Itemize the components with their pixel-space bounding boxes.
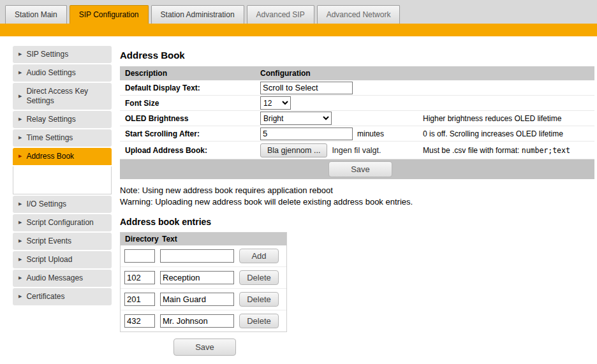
sidebar-expanded-area <box>13 166 112 194</box>
tab-advanced-network[interactable]: Advanced Network <box>317 5 401 24</box>
sidebar-item-audio-settings[interactable]: ▶ Audio Settings <box>13 64 112 82</box>
sidebar: ▶ SIP Settings ▶ Audio Settings ▶ Direct… <box>13 46 112 307</box>
column-header-directory: Directory <box>125 235 162 244</box>
new-entry-text-input[interactable] <box>160 249 234 263</box>
chevron-right-icon: ▶ <box>18 135 22 141</box>
field-label: Font Size <box>120 99 260 108</box>
sidebar-item-label: Relay Settings <box>26 115 75 124</box>
chevron-right-icon: ▶ <box>18 154 22 159</box>
save-button[interactable]: Save <box>328 161 392 177</box>
chevron-right-icon: ▶ <box>18 201 22 207</box>
sidebar-item-label: Audio Messages <box>26 273 83 283</box>
start-scrolling-input[interactable] <box>260 127 353 140</box>
sidebar-item-label: SIP Settings <box>26 50 68 59</box>
sidebar-item-address-book[interactable]: ▶ Address Book <box>13 148 112 165</box>
sidebar-item-io-settings[interactable]: ▶ I/O Settings <box>13 196 112 213</box>
sidebar-item-label: Script Configuration <box>26 218 93 228</box>
config-table: Description Configuration Default Displa… <box>120 66 594 179</box>
chevron-right-icon: ▶ <box>18 70 22 76</box>
entry-row: Delete <box>121 289 286 310</box>
entries-table: Directory Text Add Delete Delete <box>120 232 287 332</box>
page: Station Main SIP Configuration Station A… <box>0 0 597 364</box>
browse-file-button[interactable]: Bla gjennom ... <box>260 143 327 157</box>
oled-brightness-select[interactable]: Bright <box>260 112 332 125</box>
entry-text-input[interactable] <box>160 293 234 306</box>
sidebar-item-sip-settings[interactable]: ▶ SIP Settings <box>13 46 112 63</box>
tab-bar: Station Main SIP Configuration Station A… <box>0 0 597 24</box>
add-entry-button[interactable]: Add <box>239 249 279 263</box>
entries-section-title: Address book entries <box>120 217 594 227</box>
file-status-label: Ingen fil valgt. <box>332 146 381 155</box>
entries-table-header: Directory Text <box>121 233 286 245</box>
notes-block: Note: Using new address book requires ap… <box>120 185 594 207</box>
config-row-oled-brightness: OLED Brightness Bright Higher brightness… <box>120 111 594 126</box>
tab-station-administration[interactable]: Station Administration <box>151 5 244 24</box>
font-size-select[interactable]: 12 <box>260 96 291 110</box>
sidebar-item-script-configuration[interactable]: ▶ Script Configuration <box>13 214 112 231</box>
entry-row: Delete <box>121 267 286 289</box>
new-entry-directory-input[interactable] <box>124 249 155 263</box>
config-row-default-display-text: Default Display Text: <box>120 80 594 96</box>
warning-delete-entries: Warning: Uploading new address book will… <box>120 196 594 208</box>
delete-entry-button[interactable]: Delete <box>239 314 279 328</box>
field-label: OLED Brightness <box>120 114 260 123</box>
entry-text-input[interactable] <box>160 271 234 284</box>
field-label: Upload Address Book: <box>120 146 260 155</box>
entry-directory-input[interactable] <box>124 293 155 306</box>
sidebar-item-certificates[interactable]: ▶ Certificates <box>13 288 112 305</box>
new-entry-row: Add <box>121 245 286 267</box>
sidebar-item-label: I/O Settings <box>26 200 66 209</box>
column-header-configuration: Configuration <box>260 69 423 78</box>
config-table-header: Description Configuration <box>120 66 594 80</box>
entry-directory-input[interactable] <box>124 271 155 284</box>
chevron-right-icon: ▶ <box>18 294 22 300</box>
sidebar-item-audio-messages[interactable]: ▶ Audio Messages <box>13 270 112 287</box>
sidebar-item-label: Address Book <box>26 152 74 161</box>
sidebar-item-label: Direct Access Key Settings <box>26 87 108 106</box>
field-note: 0 is off. Scrolling increases OLED lifet… <box>423 129 594 138</box>
sidebar-item-direct-access-key-settings[interactable]: ▶ Direct Access Key Settings <box>13 83 112 110</box>
chevron-right-icon: ▶ <box>18 220 22 226</box>
field-note: Higher brightness reduces OLED lifetime <box>423 114 594 123</box>
page-title: Address Book <box>120 50 594 61</box>
chevron-right-icon: ▶ <box>18 52 22 57</box>
sidebar-item-time-settings[interactable]: ▶ Time Settings <box>13 129 112 147</box>
sidebar-item-label: Audio Settings <box>26 68 75 78</box>
sidebar-item-script-upload[interactable]: ▶ Script Upload <box>13 251 112 268</box>
field-label: Start Scrolling After: <box>120 129 260 138</box>
entry-directory-input[interactable] <box>124 314 155 328</box>
config-save-row: Save <box>120 159 594 179</box>
column-header-description: Description <box>120 69 260 78</box>
delete-entry-button[interactable]: Delete <box>239 292 279 307</box>
unit-label: minutes <box>357 129 384 138</box>
sidebar-item-relay-settings[interactable]: ▶ Relay Settings <box>13 111 112 128</box>
entry-text-input[interactable] <box>160 314 234 328</box>
entries-save-button[interactable]: Save <box>173 339 236 356</box>
tab-sip-configuration[interactable]: SIP Configuration <box>70 5 149 24</box>
sidebar-item-label: Certificates <box>26 292 64 302</box>
chevron-right-icon: ▶ <box>18 238 22 244</box>
note-text: Must be .csv file with format: <box>423 146 522 155</box>
chevron-right-icon: ▶ <box>18 257 22 263</box>
tab-advanced-sip[interactable]: Advanced SIP <box>247 5 314 24</box>
delete-entry-button[interactable]: Delete <box>239 270 279 285</box>
sidebar-item-script-events[interactable]: ▶ Script Events <box>13 233 112 250</box>
tab-station-main[interactable]: Station Main <box>5 5 67 24</box>
config-row-font-size: Font Size 12 <box>120 96 594 111</box>
default-display-text-input[interactable] <box>260 82 353 94</box>
main-content: Address Book Description Configuration D… <box>120 50 594 356</box>
field-label: Default Display Text: <box>120 84 260 92</box>
field-note: Must be .csv file with format: number;te… <box>423 146 594 155</box>
chevron-right-icon: ▶ <box>18 94 22 99</box>
sidebar-item-label: Script Upload <box>26 255 72 265</box>
config-row-upload-address-book: Upload Address Book: Bla gjennom ... Ing… <box>120 142 594 159</box>
sidebar-item-label: Time Settings <box>26 133 73 143</box>
entry-row: Delete <box>121 310 286 331</box>
chevron-right-icon: ▶ <box>18 275 22 281</box>
column-header-text: Text <box>162 235 286 244</box>
note-code-format: number;text <box>522 146 570 155</box>
accent-bar <box>0 24 597 36</box>
note-reboot: Note: Using new address book requires ap… <box>120 185 594 196</box>
sidebar-item-label: Script Events <box>26 237 71 246</box>
chevron-right-icon: ▶ <box>18 117 22 122</box>
